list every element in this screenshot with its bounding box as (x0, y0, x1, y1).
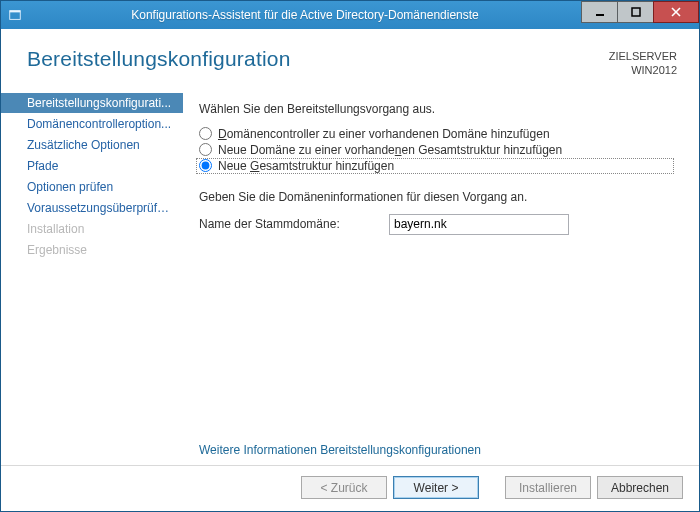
radio-new-forest-label: Neue Gesamtstruktur hinzufügen (218, 159, 394, 173)
page-title: Bereitstellungskonfiguration (27, 47, 609, 71)
deployment-operation-group: Domänencontroller zu einer vorhandenen D… (199, 126, 677, 174)
minimize-button[interactable] (581, 1, 617, 23)
step-review-options[interactable]: Optionen prüfen (1, 177, 183, 197)
more-info-link[interactable]: Weitere Informationen Bereitstellungskon… (199, 443, 677, 457)
root-domain-label: Name der Stammdomäne: (199, 217, 389, 231)
svg-rect-2 (596, 14, 604, 16)
maximize-button[interactable] (617, 1, 653, 23)
titlebar: Konfigurations-Assistent für die Active … (1, 1, 699, 29)
radio-add-dc-existing-domain-label: Domänencontroller zu einer vorhandenen D… (218, 127, 550, 141)
radio-new-domain-existing-forest[interactable]: Neue Domäne zu einer vorhandenen Gesamts… (199, 142, 677, 158)
step-deployment-configuration[interactable]: Bereitstellungskonfigurati... (1, 93, 183, 113)
target-server-block: ZIELSERVER WIN2012 (609, 47, 677, 78)
radio-new-domain-existing-forest-input[interactable] (199, 143, 212, 156)
wizard-footer: < Zurück Weiter > Installieren Abbrechen (1, 465, 699, 511)
wizard-content: Wählen Sie den Bereitstellungsvorgang au… (183, 92, 699, 465)
radio-new-domain-existing-forest-label: Neue Domäne zu einer vorhandenen Gesamts… (218, 143, 562, 157)
target-server-value: WIN2012 (609, 63, 677, 77)
radio-new-forest[interactable]: Neue Gesamtstruktur hinzufügen (196, 158, 674, 174)
wizard-steps: Bereitstellungskonfigurati... Domänencon… (1, 92, 183, 465)
radio-new-forest-input[interactable] (199, 159, 212, 172)
instruction-select-operation: Wählen Sie den Bereitstellungsvorgang au… (199, 102, 677, 116)
radio-add-dc-existing-domain[interactable]: Domänencontroller zu einer vorhandenen D… (199, 126, 677, 142)
back-button: < Zurück (301, 476, 387, 499)
wizard-window: Konfigurations-Assistent für die Active … (0, 0, 700, 512)
root-domain-input[interactable] (389, 214, 569, 235)
window-buttons (581, 1, 699, 29)
next-button[interactable]: Weiter > (393, 476, 479, 499)
svg-rect-1 (10, 11, 21, 13)
window-title: Konfigurations-Assistent für die Active … (29, 8, 581, 22)
wizard-header: Bereitstellungskonfiguration ZIELSERVER … (1, 29, 699, 86)
svg-rect-3 (632, 8, 640, 16)
instruction-domain-info: Geben Sie die Domäneninformationen für d… (199, 190, 677, 204)
step-paths[interactable]: Pfade (1, 156, 183, 176)
radio-add-dc-existing-domain-input[interactable] (199, 127, 212, 140)
step-results: Ergebnisse (1, 240, 183, 260)
install-button: Installieren (505, 476, 591, 499)
close-button[interactable] (653, 1, 699, 23)
cancel-button[interactable]: Abbrechen (597, 476, 683, 499)
system-menu-icon[interactable] (1, 1, 29, 29)
target-server-label: ZIELSERVER (609, 49, 677, 63)
step-prerequisites-check[interactable]: Voraussetzungsüberprüfu... (1, 198, 183, 218)
step-dc-options[interactable]: Domänencontrolleroption... (1, 114, 183, 134)
step-additional-options[interactable]: Zusätzliche Optionen (1, 135, 183, 155)
step-installation: Installation (1, 219, 183, 239)
wizard-body: Bereitstellungskonfigurati... Domänencon… (1, 86, 699, 465)
root-domain-row: Name der Stammdomäne: (199, 214, 677, 235)
